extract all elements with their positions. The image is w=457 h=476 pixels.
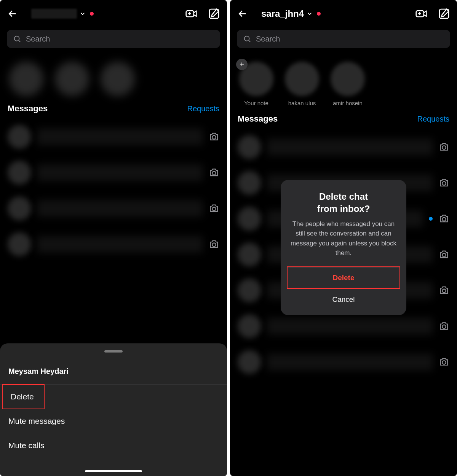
sheet-grabber[interactable] xyxy=(104,350,123,353)
dialog-title-line1: Delete chat xyxy=(319,191,368,202)
chat-preview xyxy=(37,200,203,217)
camera-icon[interactable] xyxy=(209,203,219,214)
chat-row[interactable] xyxy=(0,119,227,155)
notification-dot xyxy=(90,12,94,16)
chat-list xyxy=(0,117,227,264)
right-screenshot: sara_jhn4 Search + Your note hakan ul xyxy=(230,0,457,476)
chat-preview xyxy=(37,164,203,181)
dialog-delete-button[interactable]: Delete xyxy=(288,267,399,288)
notes-row xyxy=(0,55,227,100)
compose-button[interactable] xyxy=(208,8,220,20)
chevron-down-icon xyxy=(79,10,86,17)
dialog-delete-highlight: Delete xyxy=(287,266,400,289)
chat-row[interactable] xyxy=(0,191,227,226)
avatar xyxy=(8,161,31,184)
dialog-overlay: Delete chat from inbox? The people who m… xyxy=(230,0,457,476)
dialog-cancel-button[interactable]: Cancel xyxy=(289,289,398,310)
dialog-body: The people who messaged you can still se… xyxy=(289,219,398,258)
search-placeholder: Search xyxy=(26,35,50,43)
avatar xyxy=(8,197,31,220)
camera-icon[interactable] xyxy=(209,167,219,178)
search-input[interactable]: Search xyxy=(7,30,220,48)
delete-chat-dialog: Delete chat from inbox? The people who m… xyxy=(281,180,406,315)
messages-heading: Messages xyxy=(8,104,48,114)
avatar xyxy=(8,125,31,149)
camera-icon[interactable] xyxy=(209,131,219,142)
left-screenshot: Search Messages Requests xyxy=(0,0,227,476)
chat-row[interactable] xyxy=(0,155,227,191)
search-icon xyxy=(13,35,21,43)
sheet-delete[interactable]: Delete xyxy=(2,385,44,409)
requests-link[interactable]: Requests xyxy=(187,104,220,113)
header-actions xyxy=(185,8,220,20)
chat-row[interactable] xyxy=(0,226,227,262)
back-button[interactable] xyxy=(7,8,18,19)
account-switcher[interactable] xyxy=(31,9,181,19)
svg-point-6 xyxy=(212,243,216,247)
dialog-title-line2: from inbox? xyxy=(317,204,370,214)
sheet-mute-messages[interactable]: Mute messages xyxy=(0,409,227,433)
avatar xyxy=(8,232,31,256)
svg-point-2 xyxy=(14,36,19,41)
chat-preview xyxy=(37,128,203,145)
username-hidden xyxy=(31,9,77,19)
svg-point-5 xyxy=(212,207,216,211)
sheet-mute-calls[interactable]: Mute calls xyxy=(0,433,227,458)
header xyxy=(0,0,227,27)
chat-preview xyxy=(37,236,203,253)
home-indicator[interactable] xyxy=(85,470,142,472)
chat-options-sheet: Meysam Heydari Delete Mute messages Mute… xyxy=(0,343,227,476)
svg-point-3 xyxy=(212,136,216,139)
new-video-call-button[interactable] xyxy=(185,8,197,20)
sheet-contact-name: Meysam Heydari xyxy=(0,365,227,384)
camera-icon[interactable] xyxy=(209,239,219,250)
svg-point-4 xyxy=(212,171,216,175)
dialog-title: Delete chat from inbox? xyxy=(289,191,398,214)
messages-section-head: Messages Requests xyxy=(0,100,227,117)
